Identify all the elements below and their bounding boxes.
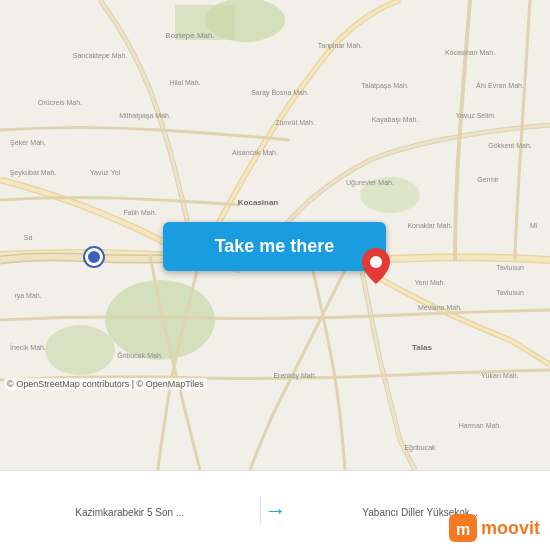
svg-text:Mi: Mi (530, 222, 538, 229)
svg-text:Alsancak Mah.: Alsancak Mah. (232, 149, 278, 156)
bottom-bar: Kazimkarabekir 5 Son ... → Yabancı Dille… (0, 470, 550, 550)
svg-text:Germir: Germir (477, 176, 499, 183)
moovit-logo: m moovit (449, 514, 540, 542)
svg-text:Yukarı Mah.: Yukarı Mah. (481, 372, 518, 379)
origin-marker (85, 248, 103, 266)
svg-text:Tanpinar Mah.: Tanpinar Mah. (318, 42, 362, 50)
svg-point-2 (45, 325, 115, 375)
take-me-there-button[interactable]: Take me there (163, 222, 386, 271)
svg-point-1 (105, 280, 215, 360)
map-area: Boztepe Mah. Sancaktepe Mah. Tanpinar Ma… (0, 0, 550, 470)
origin-label: Kazimkarabekir 5 Son ... (75, 506, 184, 519)
moovit-icon: m (449, 514, 477, 542)
svg-text:Erenköy Mah.: Erenköy Mah. (273, 372, 316, 380)
svg-text:Ğribucak Mah.: Ğribucak Mah. (117, 351, 163, 359)
svg-text:Kocasinan Mah.: Kocasinan Mah. (445, 49, 495, 56)
svg-text:Kocasinan: Kocasinan (238, 198, 279, 207)
destination-marker (362, 248, 390, 288)
svg-point-43 (370, 256, 382, 268)
svg-text:Boztepe Mah.: Boztepe Mah. (165, 31, 214, 40)
svg-text:İnecik Mah.: İnecik Mah. (10, 343, 46, 351)
svg-text:Hilal Mah.: Hilal Mah. (169, 79, 200, 86)
arrow-separator: → (261, 498, 291, 524)
moovit-brand-text: moovit (481, 518, 540, 539)
svg-text:Kayabaşı Mah.: Kayabaşı Mah. (372, 116, 419, 124)
svg-text:Eğribucak: Eğribucak (404, 444, 436, 452)
svg-text:Konaklar Mah.: Konaklar Mah. (407, 222, 452, 229)
origin-info: Kazimkarabekir 5 Son ... (0, 497, 261, 525)
svg-text:Orücreis Mah.: Orücreis Mah. (38, 99, 82, 106)
svg-text:Talas: Talas (412, 343, 432, 352)
svg-text:Talatpaşa Mah.: Talatpaşa Mah. (361, 82, 409, 90)
svg-text:m: m (456, 521, 470, 538)
svg-text:Saray Bosna Mah.: Saray Bosna Mah. (251, 89, 309, 97)
svg-text:Mevlana Mah.: Mevlana Mah. (418, 304, 462, 311)
svg-text:Tavlusun: Tavlusun (496, 289, 524, 296)
svg-text:Yavuz Selim: Yavuz Selim (456, 112, 495, 119)
svg-text:Zümrüt Mah.: Zümrüt Mah. (275, 119, 315, 126)
svg-text:Şeykubat Mah.: Şeykubat Mah. (10, 169, 57, 177)
svg-text:Ahi Evran Mah.: Ahi Evran Mah. (476, 82, 524, 89)
svg-text:Fatih Mah.: Fatih Mah. (123, 209, 156, 216)
map-attribution: © OpenStreetMap contributors | © OpenMap… (4, 378, 207, 390)
svg-text:Mithatpaşa Mah.: Mithatpaşa Mah. (119, 112, 171, 120)
svg-text:Şeker Mah.: Şeker Mah. (10, 139, 46, 147)
app-container: Boztepe Mah. Sancaktepe Mah. Tanpinar Ma… (0, 0, 550, 550)
svg-text:Harman Mah.: Harman Mah. (459, 422, 501, 429)
svg-text:Sa: Sa (24, 234, 33, 241)
svg-text:Sancaktepe Mah.: Sancaktepe Mah. (73, 52, 128, 60)
svg-text:Tavlusun: Tavlusun (496, 264, 524, 271)
svg-text:Gökkent Mah.: Gökkent Mah. (488, 142, 532, 149)
svg-text:Uğurevler Mah.: Uğurevler Mah. (346, 179, 394, 187)
svg-text:rya Mah.: rya Mah. (14, 292, 41, 300)
svg-text:Yeni Mah.: Yeni Mah. (415, 279, 446, 286)
svg-text:Yavuz Yol: Yavuz Yol (90, 169, 121, 176)
